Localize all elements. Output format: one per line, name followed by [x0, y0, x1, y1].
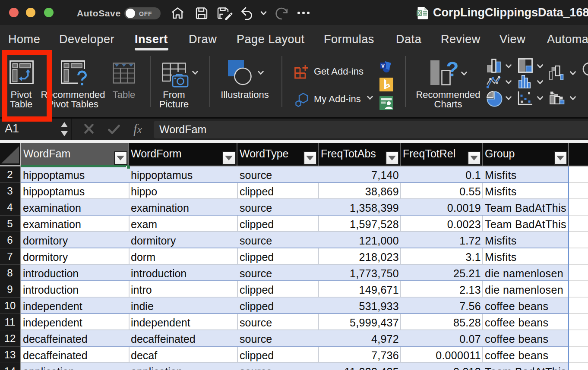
svg-text:V: V [381, 63, 385, 69]
svg-text:?: ? [446, 58, 458, 81]
svg-text:X: X [418, 10, 421, 16]
